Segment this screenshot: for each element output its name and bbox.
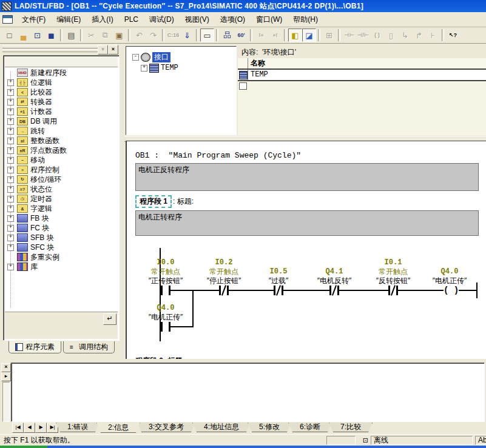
- tree-item-16[interactable]: +FC 块: [5, 223, 118, 233]
- sidebar-dropdown-button[interactable]: ▾: [98, 45, 108, 55]
- connector-icon[interactable]: ⊦: [426, 28, 440, 42]
- tree-item-15[interactable]: +FB 块: [5, 213, 118, 223]
- expand-icon[interactable]: +: [7, 99, 14, 105]
- branch-element-symbol[interactable]: [163, 322, 169, 332]
- open-branch-icon[interactable]: ↳: [398, 28, 412, 42]
- sidebar-grip-bar[interactable]: ▾ ×: [1, 45, 120, 54]
- nc-contact-icon[interactable]: ⊣/⊢: [356, 28, 370, 42]
- tree-item-5[interactable]: +DBDB 调用: [5, 116, 118, 126]
- tree-item-11[interactable]: +↻移位/循环: [5, 175, 118, 184]
- prev-error-icon[interactable]: !«: [254, 28, 268, 42]
- call-structure-icon[interactable]: C:16: [166, 28, 180, 42]
- new-network-icon[interactable]: ⊞: [322, 28, 336, 42]
- expand-icon[interactable]: +: [7, 118, 14, 125]
- expand-icon[interactable]: +: [7, 79, 14, 86]
- output-tab-4[interactable]: 4:地址信息: [192, 423, 251, 432]
- empty-box-icon[interactable]: ▯: [384, 28, 398, 42]
- expand-icon[interactable]: +: [7, 215, 14, 222]
- output-close-button[interactable]: ×: [1, 363, 11, 372]
- expand-icon[interactable]: +: [7, 167, 14, 173]
- coil-symbol[interactable]: ( ): [444, 286, 459, 295]
- interface-temp-row[interactable]: + TEMP: [138, 62, 236, 73]
- menu-item-5[interactable]: 视图(V): [180, 13, 215, 26]
- menu-item-1[interactable]: 编辑(E): [51, 13, 86, 26]
- menu-item-0[interactable]: 文件(F): [16, 13, 51, 26]
- tree-item-2[interactable]: +<比较器: [5, 87, 118, 97]
- view-overview-icon[interactable]: ◧: [288, 28, 302, 42]
- tree-item-4[interactable]: ++1计数器: [5, 107, 118, 116]
- sidebar-tab-program-elements[interactable]: 程序元素: [8, 341, 61, 353]
- sidebar-tab-call-structure[interactable]: ≡调用结构: [63, 341, 115, 353]
- child-window-system-icon[interactable]: [2, 15, 13, 24]
- tree-item-9[interactable]: +~移动: [5, 155, 118, 165]
- expand-icon[interactable]: +: [7, 138, 14, 144]
- next-button[interactable]: ▶: [35, 423, 47, 433]
- output-expand-button[interactable]: ▸: [1, 372, 11, 381]
- expand-icon[interactable]: +: [7, 157, 14, 164]
- rung-element-0-symbol[interactable]: [163, 286, 169, 295]
- tree-item-6[interactable]: +→跳转: [5, 126, 118, 136]
- new-icon[interactable]: □: [2, 28, 16, 42]
- expand-icon[interactable]: +: [7, 225, 14, 232]
- expand-icon[interactable]: +: [7, 109, 14, 115]
- first-button[interactable]: |◀: [12, 423, 24, 433]
- expand-icon[interactable]: +: [7, 206, 14, 212]
- download-icon[interactable]: ⇓: [180, 28, 194, 42]
- tree-item-13[interactable]: +◷定时器: [5, 194, 118, 204]
- output-tab-3[interactable]: 3:交叉参考: [137, 423, 195, 432]
- menu-item-7[interactable]: 窗口(W): [251, 13, 288, 26]
- menu-item-6[interactable]: 选项(O): [215, 13, 251, 26]
- tree-item-7[interactable]: +±I整数函数: [5, 136, 118, 145]
- open-icon[interactable]: ▄: [16, 28, 30, 42]
- tree-item-19[interactable]: 多重实例: [5, 252, 118, 262]
- open-online-icon[interactable]: ⊡: [30, 28, 44, 42]
- menu-item-4[interactable]: 调试(D): [144, 13, 180, 26]
- prev-button[interactable]: ◀: [24, 423, 35, 433]
- overview-toggle-button[interactable]: ↵: [103, 313, 116, 325]
- expand-icon[interactable]: +: [7, 147, 14, 154]
- view-detail-icon[interactable]: ◪: [302, 28, 316, 42]
- coil-icon[interactable]: ( ): [370, 28, 384, 42]
- paste-icon[interactable]: ▣: [112, 28, 126, 42]
- expand-icon[interactable]: +: [7, 89, 14, 96]
- expand-icon[interactable]: +: [7, 176, 14, 183]
- no-contact-icon[interactable]: ⊣⊢: [342, 28, 356, 42]
- menu-item-2[interactable]: 插入(I): [86, 13, 118, 26]
- undo-icon[interactable]: ↶: [132, 28, 146, 42]
- help-select-icon[interactable]: ↖?: [446, 28, 460, 42]
- output-tab-5[interactable]: 5:修改: [248, 423, 291, 432]
- tree-item-20[interactable]: +库: [5, 262, 118, 272]
- tree-item-3[interactable]: +⇄转换器: [5, 97, 118, 107]
- table-row[interactable]: TEMP: [238, 70, 486, 81]
- symbol-info-icon[interactable]: ▭: [200, 28, 214, 42]
- expand-icon[interactable]: +: [141, 65, 147, 72]
- tree-item-18[interactable]: +SFC 块: [5, 242, 118, 252]
- tree-item-8[interactable]: +±R浮点数函数: [5, 145, 118, 155]
- editor-canvas[interactable]: OB1 : ″Main Program Sweep (Cycle)″ 电机正反转…: [126, 141, 486, 359]
- tree-item-0[interactable]: HHO新建程序段: [5, 68, 118, 78]
- output-tab-2[interactable]: 2:信息: [96, 423, 140, 433]
- table-new-row[interactable]: [238, 81, 486, 92]
- expand-icon[interactable]: +: [7, 264, 14, 270]
- copy-icon[interactable]: ⧉: [98, 28, 112, 42]
- cut-icon[interactable]: ✂: [84, 28, 98, 42]
- expand-icon[interactable]: +: [7, 244, 14, 251]
- tree-item-12[interactable]: +=?状态位: [5, 184, 118, 194]
- menu-item-8[interactable]: 帮助(H): [288, 13, 323, 26]
- output-tab-6[interactable]: 6:诊断: [288, 423, 332, 432]
- interface-root-label[interactable]: 接口: [152, 52, 170, 62]
- expand-icon[interactable]: +: [7, 128, 14, 135]
- print-icon[interactable]: ▤: [64, 28, 78, 42]
- expand-icon[interactable]: +: [7, 196, 14, 202]
- close-branch-icon[interactable]: ↱: [412, 28, 426, 42]
- next-error-icon[interactable]: »!: [268, 28, 282, 42]
- output-scroll-track[interactable]: [2, 382, 10, 422]
- output-tab-7[interactable]: 7:比较: [329, 423, 373, 432]
- redo-icon[interactable]: ↷: [146, 28, 160, 42]
- output-content[interactable]: [11, 363, 485, 422]
- tree-item-1[interactable]: +┤├位逻辑: [5, 78, 118, 87]
- network-connections-icon[interactable]: 品: [220, 28, 234, 42]
- tree-item-14[interactable]: +&字逻辑: [5, 204, 118, 213]
- tree-item-10[interactable]: +≡程序控制: [5, 165, 118, 175]
- expand-icon[interactable]: +: [7, 235, 14, 241]
